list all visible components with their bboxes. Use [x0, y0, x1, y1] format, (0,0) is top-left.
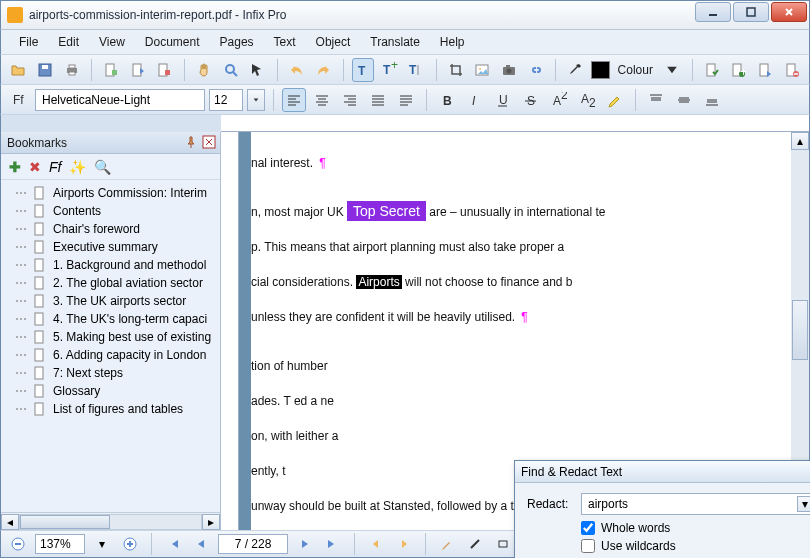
bookmark-item[interactable]: ⋯Chair's foreword: [1, 220, 220, 238]
horizontal-ruler[interactable]: [221, 115, 809, 132]
close-button[interactable]: [771, 2, 807, 22]
minimize-button[interactable]: [695, 2, 731, 22]
prev-page-icon[interactable]: [190, 533, 212, 555]
bookmark-item[interactable]: ⋯6. Adding capacity in London: [1, 346, 220, 364]
rect-tool-icon[interactable]: [492, 533, 514, 555]
menu-translate[interactable]: Translate: [362, 32, 428, 52]
bookmark-wand-icon[interactable]: ✨: [69, 159, 86, 175]
superscript-icon[interactable]: A2: [547, 88, 571, 112]
camera-icon[interactable]: [498, 58, 521, 82]
image-icon[interactable]: [471, 58, 494, 82]
font-size-dropdown[interactable]: [247, 89, 265, 111]
underline-icon[interactable]: U: [491, 88, 515, 112]
zoom-dropdown-icon[interactable]: ▾: [91, 533, 113, 555]
bookmark-item[interactable]: ⋯3. The UK airports sector: [1, 292, 220, 310]
doc-add-icon[interactable]: +: [727, 58, 750, 82]
bookmark-item[interactable]: ⋯Airports Commission: Interim: [1, 184, 220, 202]
vertical-ruler[interactable]: [221, 132, 239, 530]
panel-close-icon[interactable]: [202, 135, 216, 149]
redact-input[interactable]: airports ▾: [581, 493, 810, 515]
scroll-right-icon[interactable]: ▸: [202, 514, 220, 530]
bookmark-item[interactable]: ⋯2. The global aviation sector: [1, 274, 220, 292]
valign-bottom-icon[interactable]: [700, 88, 724, 112]
bookmark-item[interactable]: ⋯7: Next steps: [1, 364, 220, 382]
bookmark-item[interactable]: ⋯Executive summary: [1, 238, 220, 256]
doc-remove-icon[interactable]: [780, 58, 803, 82]
zoom-tool-icon[interactable]: [219, 58, 242, 82]
menu-text[interactable]: Text: [266, 32, 304, 52]
font-size-input[interactable]: [209, 89, 243, 111]
text-tool-icon[interactable]: T: [352, 58, 375, 82]
scroll-up-icon[interactable]: ▴: [791, 132, 809, 150]
bookmark-add-icon[interactable]: ✚: [9, 159, 21, 175]
align-left-icon[interactable]: [282, 88, 306, 112]
bookmark-item[interactable]: ⋯5. Making best use of existing: [1, 328, 220, 346]
menu-file[interactable]: File: [11, 32, 46, 52]
nav-back-icon[interactable]: [365, 533, 387, 555]
doc-check-icon[interactable]: [701, 58, 724, 82]
nav-forward-icon[interactable]: [393, 533, 415, 555]
scroll-left-icon[interactable]: ◂: [1, 514, 19, 530]
menu-document[interactable]: Document: [137, 32, 208, 52]
zoom-out-icon[interactable]: [7, 533, 29, 555]
text-measure-icon[interactable]: T: [405, 58, 428, 82]
menu-view[interactable]: View: [91, 32, 133, 52]
document-scrollbar[interactable]: [791, 150, 809, 512]
edit-tool-icon[interactable]: [436, 533, 458, 555]
whole-words-checkbox[interactable]: Whole words: [581, 521, 810, 535]
page-new-icon[interactable]: [100, 58, 123, 82]
bookmark-item[interactable]: ⋯4. The UK's long-term capaci: [1, 310, 220, 328]
subscript-icon[interactable]: A2: [575, 88, 599, 112]
chevron-down-icon[interactable]: ▾: [797, 496, 810, 512]
line-tool-icon[interactable]: [464, 533, 486, 555]
italic-icon[interactable]: I: [463, 88, 487, 112]
hand-tool-icon[interactable]: [193, 58, 216, 82]
page-input[interactable]: 7 / 228: [218, 534, 288, 554]
pointer-tool-icon[interactable]: [246, 58, 269, 82]
menu-object[interactable]: Object: [308, 32, 359, 52]
font-picker-icon[interactable]: Ff: [7, 88, 31, 112]
bold-icon[interactable]: B: [435, 88, 459, 112]
zoom-input[interactable]: 137%: [35, 534, 85, 554]
menu-pages[interactable]: Pages: [212, 32, 262, 52]
dropdown-icon[interactable]: [661, 58, 684, 82]
redo-icon[interactable]: [312, 58, 335, 82]
menu-edit[interactable]: Edit: [50, 32, 87, 52]
next-page-icon[interactable]: [294, 533, 316, 555]
pin-icon[interactable]: [184, 135, 198, 149]
bookmark-font-icon[interactable]: Ff: [49, 159, 61, 175]
bookmark-item[interactable]: ⋯List of figures and tables: [1, 400, 220, 418]
zoom-in-icon[interactable]: [119, 533, 141, 555]
use-wildcards-checkbox[interactable]: Use wildcards: [581, 539, 810, 553]
link-icon[interactable]: [524, 58, 547, 82]
align-right-icon[interactable]: [338, 88, 362, 112]
bookmark-scrollbar[interactable]: [19, 514, 202, 530]
bookmark-item[interactable]: ⋯1. Background and methodol: [1, 256, 220, 274]
first-page-icon[interactable]: [162, 533, 184, 555]
strikethrough-icon[interactable]: S: [519, 88, 543, 112]
highlight-icon[interactable]: [603, 88, 627, 112]
align-full-icon[interactable]: [394, 88, 418, 112]
valign-top-icon[interactable]: [644, 88, 668, 112]
bookmarks-tree[interactable]: ⋯Airports Commission: Interim ⋯Contents …: [1, 180, 220, 512]
doc-arrow-icon[interactable]: [754, 58, 777, 82]
page-delete-icon[interactable]: [153, 58, 176, 82]
font-family-select[interactable]: HelveticaNeue-Light: [35, 89, 205, 111]
undo-icon[interactable]: [285, 58, 308, 82]
text-plus-tool-icon[interactable]: T+: [378, 58, 401, 82]
open-icon[interactable]: [7, 58, 30, 82]
bookmark-item[interactable]: ⋯Contents: [1, 202, 220, 220]
menu-help[interactable]: Help: [432, 32, 473, 52]
valign-middle-icon[interactable]: [672, 88, 696, 112]
align-center-icon[interactable]: [310, 88, 334, 112]
save-icon[interactable]: [34, 58, 57, 82]
print-icon[interactable]: [60, 58, 83, 82]
maximize-button[interactable]: [733, 2, 769, 22]
bookmark-binoculars-icon[interactable]: 🔍: [94, 159, 111, 175]
colour-swatch[interactable]: [591, 61, 610, 79]
bookmark-delete-icon[interactable]: ✖: [29, 159, 41, 175]
bookmark-item[interactable]: ⋯Glossary: [1, 382, 220, 400]
page-export-icon[interactable]: [126, 58, 149, 82]
eyedropper-icon[interactable]: [564, 58, 587, 82]
crop-icon[interactable]: [445, 58, 468, 82]
